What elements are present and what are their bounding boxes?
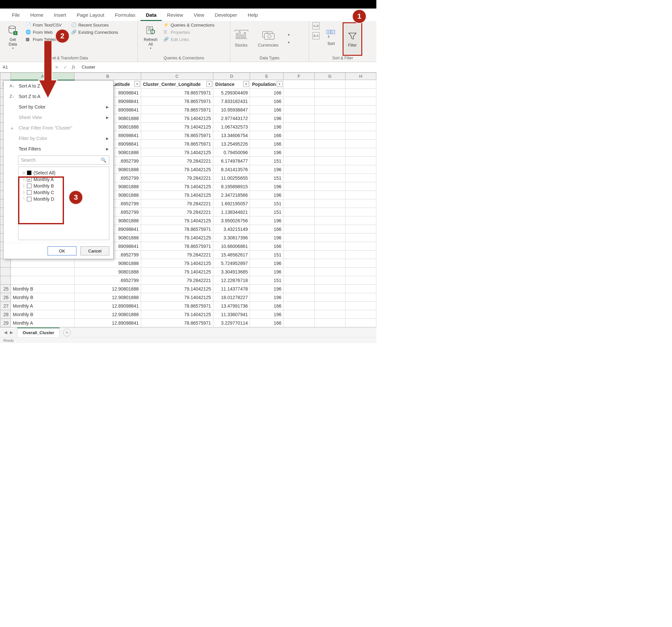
cell[interactable] <box>314 148 345 157</box>
cell[interactable] <box>284 148 314 157</box>
cell[interactable]: Monthly B <box>11 310 74 319</box>
cell[interactable] <box>314 242 345 251</box>
cell[interactable] <box>345 242 376 251</box>
cell[interactable] <box>345 251 376 259</box>
cell[interactable]: 79.14042125 <box>141 310 213 319</box>
filter-dropdown-lat[interactable]: ▾ <box>134 81 140 87</box>
cell[interactable]: 79.14042125 <box>141 293 213 302</box>
cell[interactable]: 151 <box>250 251 284 259</box>
sort-by-color-item[interactable]: Sort by Color▶ <box>4 102 113 112</box>
text-filters-item[interactable]: Text Filters▶ <box>4 144 113 154</box>
cell[interactable] <box>284 174 314 182</box>
cell[interactable]: 79.14042125 <box>141 123 213 131</box>
cell[interactable] <box>345 225 376 233</box>
from-text-button[interactable]: 📄From Text/CSV <box>26 22 68 28</box>
cell[interactable] <box>314 114 345 123</box>
cell[interactable]: 1.692195057 <box>213 199 250 208</box>
cell[interactable]: 79.14042125 <box>141 165 213 174</box>
cell[interactable]: 12.90801888 <box>74 293 141 302</box>
cell[interactable]: 79.2842221 <box>141 251 213 259</box>
cell[interactable] <box>345 191 376 199</box>
cell[interactable]: 151 <box>250 174 284 182</box>
cell[interactable] <box>284 276 314 285</box>
cell[interactable] <box>284 208 314 217</box>
cell[interactable]: 196 <box>250 293 284 302</box>
col-header-E[interactable]: E <box>250 73 284 80</box>
cell[interactable]: 2.977443172 <box>213 114 250 123</box>
cell[interactable]: 11.00255655 <box>213 174 250 182</box>
cell[interactable]: 3.30817396 <box>213 233 250 242</box>
filter-search-input[interactable]: Search 🔍 <box>18 155 109 165</box>
cell[interactable]: 10.66006861 <box>213 242 250 251</box>
col-header-C[interactable]: C <box>141 73 213 80</box>
cell[interactable] <box>314 208 345 217</box>
cell[interactable] <box>284 242 314 251</box>
cell[interactable] <box>314 276 345 285</box>
cell[interactable]: 78.86575971 <box>141 106 213 114</box>
tab-data[interactable]: Data <box>140 9 162 21</box>
cell[interactable]: 79.14042125 <box>141 114 213 123</box>
cell[interactable] <box>345 285 376 293</box>
cell[interactable]: 13.47991736 <box>213 302 250 310</box>
cell[interactable] <box>345 268 376 276</box>
filter-button[interactable]: Filter <box>344 24 361 54</box>
cell[interactable] <box>314 302 345 310</box>
cell[interactable]: 166 <box>250 89 284 97</box>
cell[interactable]: 166 <box>250 319 284 327</box>
cell[interactable]: 79.14042125 <box>141 148 213 157</box>
cell[interactable] <box>314 89 345 97</box>
cell[interactable] <box>345 157 376 165</box>
cell[interactable] <box>345 148 376 157</box>
cell[interactable]: 79.2842221 <box>141 199 213 208</box>
tab-nav-next[interactable]: ▶ <box>10 330 13 335</box>
sort-za-item[interactable]: Z↓Sort Z to A <box>4 91 113 102</box>
row-header[interactable]: 27 <box>0 302 11 310</box>
cell[interactable] <box>314 182 345 191</box>
cell[interactable] <box>345 89 376 97</box>
add-sheet-button[interactable]: ＋ <box>63 329 71 336</box>
cell[interactable]: 15.46562617 <box>213 251 250 259</box>
cell-H1[interactable] <box>345 80 376 89</box>
filter-dropdown-dist[interactable]: ▾ <box>243 81 249 87</box>
cell[interactable]: 166 <box>250 302 284 310</box>
fx-icon[interactable]: fx <box>72 65 75 70</box>
cell[interactable]: 79.2842221 <box>141 276 213 285</box>
sort-button[interactable]: AZ Sort <box>323 22 339 52</box>
checkbox-mixed[interactable] <box>27 171 31 175</box>
cell[interactable] <box>284 199 314 208</box>
cell[interactable]: 196 <box>250 165 284 174</box>
cell[interactable]: 196 <box>250 114 284 123</box>
cell[interactable] <box>314 225 345 233</box>
cell[interactable] <box>345 165 376 174</box>
cell[interactable] <box>345 114 376 123</box>
cell[interactable]: 79.14042125 <box>141 217 213 225</box>
cell[interactable] <box>284 302 314 310</box>
cell[interactable] <box>314 140 345 148</box>
cell[interactable] <box>345 131 376 140</box>
cell[interactable]: 78.86575971 <box>141 140 213 148</box>
cell[interactable]: 13.25495226 <box>213 140 250 148</box>
filter-dropdown-lon[interactable]: ▾ <box>207 81 212 87</box>
cell[interactable] <box>314 157 345 165</box>
cell-E1[interactable]: Population▾ <box>250 80 284 89</box>
cell[interactable] <box>284 233 314 242</box>
cell[interactable] <box>345 276 376 285</box>
col-header-D[interactable]: D <box>213 73 250 80</box>
cell[interactable]: 12.89098841 <box>74 319 141 327</box>
queries-connections-button[interactable]: ⚡Queries & Connections <box>163 22 215 28</box>
cell[interactable] <box>284 217 314 225</box>
cell[interactable]: 7.833182431 <box>213 97 250 106</box>
cell[interactable]: 8.241413576 <box>213 165 250 174</box>
cell[interactable] <box>345 199 376 208</box>
cell[interactable] <box>284 268 314 276</box>
cell[interactable]: 166 <box>250 97 284 106</box>
cell[interactable] <box>314 106 345 114</box>
filter-dropdown-pop[interactable]: ▾ <box>277 81 283 87</box>
cell[interactable]: Monthly A <box>11 319 74 327</box>
cell[interactable]: Monthly B <box>11 293 74 302</box>
row-header[interactable] <box>0 276 11 285</box>
col-header-B[interactable]: B <box>74 73 141 80</box>
cell[interactable] <box>314 285 345 293</box>
cell[interactable]: Monthly A <box>11 302 74 310</box>
cell[interactable]: 196 <box>250 285 284 293</box>
